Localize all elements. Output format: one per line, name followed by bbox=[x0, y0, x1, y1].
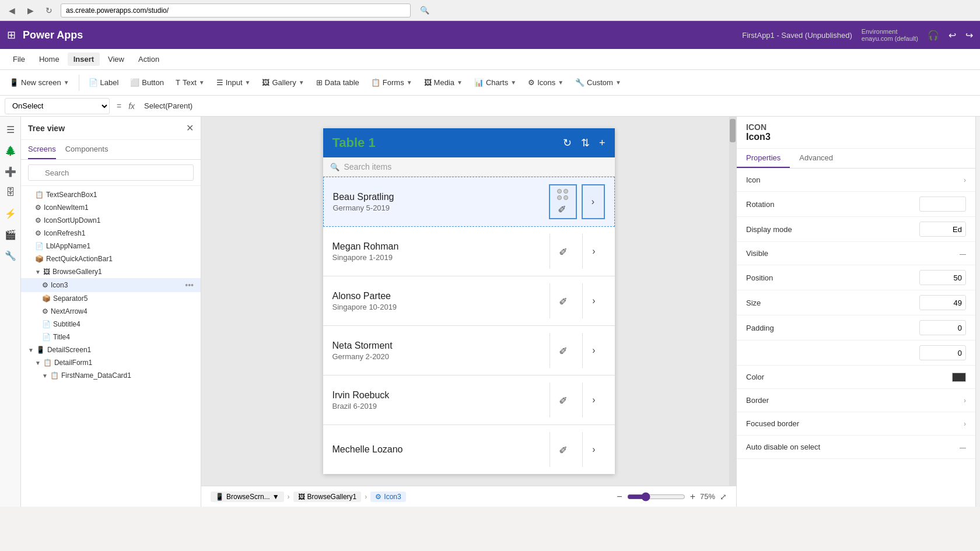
list-item[interactable]: ▼ 📋 FirstName_DataCard1 bbox=[21, 369, 201, 382]
table-row[interactable]: Megan Rohman Singapore 1-2019 ✏ › bbox=[323, 227, 615, 276]
next-arrow-button[interactable]: › bbox=[582, 432, 606, 467]
list-item[interactable]: ⚙ IconRefresh1 bbox=[21, 227, 201, 240]
new-screen-button[interactable]: 📱 New screen ▼ bbox=[5, 76, 74, 89]
data-icon[interactable]: 🗄 bbox=[2, 184, 19, 201]
tab-screens[interactable]: Screens bbox=[28, 140, 56, 159]
media-side-icon[interactable]: 🎬 bbox=[2, 226, 19, 243]
media-button[interactable]: 🖼 Media ▼ bbox=[419, 76, 467, 89]
edit-icon-button[interactable]: ✏ bbox=[550, 333, 578, 368]
data-table-button[interactable]: ⊞ Data table bbox=[312, 76, 364, 89]
list-item[interactable]: ⚙ NextArrow4 bbox=[21, 305, 201, 318]
next-arrow-button[interactable]: › bbox=[582, 234, 606, 269]
breadcrumb-browse-screen[interactable]: 📱 BrowseScrn... ▼ bbox=[211, 492, 284, 502]
undo-icon[interactable]: ↩ bbox=[949, 30, 956, 41]
add-circle-icon[interactable]: ➕ bbox=[2, 163, 19, 180]
button-button[interactable]: ⬜ Button bbox=[125, 76, 169, 89]
edit-icon-button[interactable]: ✏ bbox=[550, 432, 578, 467]
edit-icon-button[interactable]: ✏ bbox=[549, 184, 577, 219]
charts-button[interactable]: 📊 Charts ▼ bbox=[470, 76, 521, 89]
tab-advanced[interactable]: Advanced bbox=[790, 149, 842, 168]
pencil-icon: ✏ bbox=[555, 201, 570, 216]
list-item[interactable]: 📦 RectQuickActionBar1 bbox=[21, 252, 201, 265]
prop-input-size[interactable] bbox=[919, 295, 966, 310]
breadcrumb-icon3[interactable]: ⚙ Icon3 bbox=[370, 492, 405, 502]
expand-canvas-icon[interactable]: ⤢ bbox=[720, 492, 727, 501]
tab-components[interactable]: Components bbox=[65, 140, 108, 159]
app-preview-search[interactable]: 🔍 Search items bbox=[323, 157, 615, 177]
custom-button[interactable]: 🔧 Custom ▼ bbox=[570, 76, 626, 89]
prop-chevron-border[interactable]: › bbox=[964, 396, 966, 405]
prop-chevron-focused-border[interactable]: › bbox=[964, 420, 966, 428]
color-swatch[interactable] bbox=[952, 373, 966, 382]
hamburger-icon[interactable]: ☰ bbox=[2, 121, 19, 138]
prop-chevron-icon[interactable]: › bbox=[964, 176, 966, 184]
headset-icon[interactable]: 🎧 bbox=[928, 30, 939, 41]
list-item[interactable]: 📄 Subtitle4 bbox=[21, 318, 201, 331]
grid-icon[interactable]: ⊞ bbox=[7, 29, 16, 41]
canvas-scroll[interactable]: Table 1 ↻ ⇅ + 🔍 Search items Beau bbox=[201, 117, 736, 486]
list-item[interactable]: ▼ 🖼 BrowseGallery1 bbox=[21, 265, 201, 278]
edit-icon-button[interactable]: ✏ bbox=[550, 234, 578, 269]
list-item[interactable]: 📄 LblAppName1 bbox=[21, 240, 201, 252]
input-button[interactable]: ☰ Input ▼ bbox=[212, 76, 256, 89]
list-item[interactable]: 📋 TextSearchBox1 bbox=[21, 188, 201, 201]
prop-input-padding[interactable] bbox=[919, 320, 966, 335]
tree-icon[interactable]: 🌲 bbox=[2, 142, 19, 159]
forward-button[interactable]: ▶ bbox=[23, 3, 37, 17]
next-arrow-button[interactable]: › bbox=[582, 382, 606, 417]
zoom-out-button[interactable]: − bbox=[617, 492, 622, 502]
label-button[interactable]: 📄 Label bbox=[84, 76, 124, 89]
menu-home[interactable]: Home bbox=[33, 52, 65, 66]
menu-view[interactable]: View bbox=[102, 52, 130, 66]
menu-file[interactable]: File bbox=[7, 52, 31, 66]
menu-action[interactable]: Action bbox=[132, 52, 165, 66]
next-arrow-button[interactable]: › bbox=[582, 283, 606, 318]
auto-disable-toggle[interactable]: — bbox=[960, 444, 966, 451]
formula-select[interactable]: OnSelect bbox=[5, 98, 110, 114]
refresh-preview-icon[interactable]: ↻ bbox=[563, 136, 572, 149]
menu-insert[interactable]: Insert bbox=[68, 52, 100, 66]
variables-icon[interactable]: ⚡ bbox=[2, 205, 19, 222]
next-arrow-button[interactable]: › bbox=[582, 333, 606, 368]
list-item[interactable]: ⚙ IconSortUpDown1 bbox=[21, 214, 201, 227]
visible-toggle[interactable]: — bbox=[960, 250, 966, 257]
sort-preview-icon[interactable]: ⇅ bbox=[581, 136, 590, 149]
address-bar[interactable]: as.create.powerapps.com/studio/ bbox=[61, 3, 411, 17]
list-item[interactable]: 📄 Title4 bbox=[21, 331, 201, 343]
table-row[interactable]: Irvin Roebuck Brazil 6-2019 ✏ › bbox=[323, 375, 615, 425]
vertical-scrollbar[interactable] bbox=[729, 117, 736, 486]
list-item[interactable]: 📦 Separator5 bbox=[21, 292, 201, 305]
list-item[interactable]: ⚙ Icon3 ••• bbox=[21, 278, 201, 292]
forms-button[interactable]: 📋 Forms ▼ bbox=[366, 76, 417, 89]
table-row[interactable]: Neta Storment Germany 2-2020 ✏ › bbox=[323, 326, 615, 375]
prop-input-position[interactable] bbox=[919, 270, 966, 285]
redo-icon[interactable]: ↪ bbox=[965, 30, 973, 41]
prop-input-rotation[interactable] bbox=[919, 196, 966, 212]
list-item[interactable]: ▼ 📋 DetailForm1 bbox=[21, 356, 201, 369]
zoom-in-button[interactable]: + bbox=[690, 492, 695, 502]
text-button[interactable]: T Text ▼ bbox=[171, 76, 209, 89]
table-row[interactable]: Alonso Partee Singapore 10-2019 ✏ › bbox=[323, 276, 615, 326]
prop-input-display-mode[interactable] bbox=[919, 222, 966, 237]
edit-icon-button[interactable]: ✏ bbox=[550, 382, 578, 417]
tree-close-button[interactable]: ✕ bbox=[186, 122, 194, 134]
back-button[interactable]: ◀ bbox=[5, 3, 19, 17]
refresh-button[interactable]: ↻ bbox=[42, 3, 56, 17]
icons-button[interactable]: ⚙ Icons ▼ bbox=[523, 76, 568, 89]
zoom-slider[interactable] bbox=[627, 492, 685, 501]
list-item[interactable]: ▼ 📱 DetailScreen1 bbox=[21, 343, 201, 356]
tree-search-input[interactable] bbox=[28, 164, 194, 181]
gallery-button[interactable]: 🖼 Gallery ▼ bbox=[257, 76, 309, 89]
components-side-icon[interactable]: 🔧 bbox=[2, 247, 19, 264]
edit-icon-button[interactable]: ✏ bbox=[550, 283, 578, 318]
list-item[interactable]: ⚙ IconNewItem1 bbox=[21, 201, 201, 214]
table-row[interactable]: Mechelle Lozano ✏ › bbox=[323, 425, 615, 474]
add-preview-icon[interactable]: + bbox=[599, 137, 606, 149]
tab-properties[interactable]: Properties bbox=[737, 149, 790, 168]
prop-input-padding2[interactable] bbox=[919, 345, 966, 360]
next-arrow-button[interactable]: › bbox=[582, 184, 605, 219]
breadcrumb-gallery[interactable]: 🖼 BrowseGallery1 bbox=[293, 492, 362, 502]
table-row[interactable]: Beau Spratling Germany 5-2019 ✏ bbox=[323, 177, 615, 227]
more-options-icon[interactable]: ••• bbox=[185, 280, 194, 290]
formula-input[interactable]: Select(Parent) bbox=[139, 99, 975, 113]
